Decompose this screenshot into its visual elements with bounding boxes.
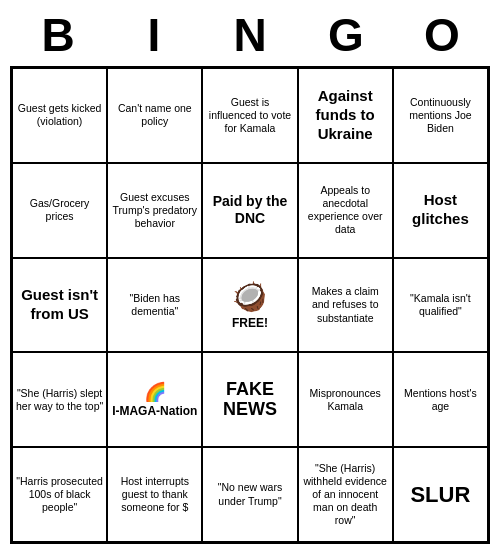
free-label: FREE! xyxy=(232,316,268,331)
cell-11[interactable]: "Biden has dementia" xyxy=(107,258,202,353)
cell-12-free[interactable]: 🥥 FREE! xyxy=(202,258,297,353)
bingo-title: B I N G O xyxy=(10,8,490,62)
cell-23[interactable]: "She (Harris) withheld evidence of an in… xyxy=(298,447,393,542)
cell-15[interactable]: "She (Harris) slept her way to the top" xyxy=(12,352,107,447)
cell-16[interactable]: 🌈 I-MAGA-Nation xyxy=(107,352,202,447)
cell-10[interactable]: Guest isn't from US xyxy=(12,258,107,353)
cell-21[interactable]: Host interrupts guest to thank someone f… xyxy=(107,447,202,542)
cell-9[interactable]: Host glitches xyxy=(393,163,488,258)
coconut-icon: 🥥 xyxy=(232,279,267,314)
cell-20[interactable]: "Harris prosecuted 100s of black people" xyxy=(12,447,107,542)
cell-3[interactable]: Against funds to Ukraine xyxy=(298,68,393,163)
letter-b: B xyxy=(15,8,101,62)
cell-4[interactable]: Continuously mentions Joe Biden xyxy=(393,68,488,163)
rainbow-icon: 🌈 xyxy=(144,381,166,404)
cell-18[interactable]: Mispronounces Kamala xyxy=(298,352,393,447)
cell-7[interactable]: Paid by the DNC xyxy=(202,163,297,258)
letter-n: N xyxy=(207,8,293,62)
cell-17[interactable]: FAKE NEWS xyxy=(202,352,297,447)
cell-14[interactable]: "Kamala isn't qualified" xyxy=(393,258,488,353)
cell-19[interactable]: Mentions host's age xyxy=(393,352,488,447)
cell-5[interactable]: Gas/Grocery prices xyxy=(12,163,107,258)
letter-o: O xyxy=(399,8,485,62)
bingo-grid: Guest gets kicked (violation) Can't name… xyxy=(10,66,490,544)
cell-22[interactable]: "No new wars under Trump" xyxy=(202,447,297,542)
cell-8[interactable]: Appeals to anecdotal experience over dat… xyxy=(298,163,393,258)
cell-0[interactable]: Guest gets kicked (violation) xyxy=(12,68,107,163)
cell-2[interactable]: Guest is influenced to vote for Kamala xyxy=(202,68,297,163)
letter-g: G xyxy=(303,8,389,62)
cell-13[interactable]: Makes a claim and refuses to substantiat… xyxy=(298,258,393,353)
cell-1[interactable]: Can't name one policy xyxy=(107,68,202,163)
cell-6[interactable]: Guest excuses Trump's predatory behavior xyxy=(107,163,202,258)
cell-24[interactable]: SLUR xyxy=(393,447,488,542)
letter-i: I xyxy=(111,8,197,62)
